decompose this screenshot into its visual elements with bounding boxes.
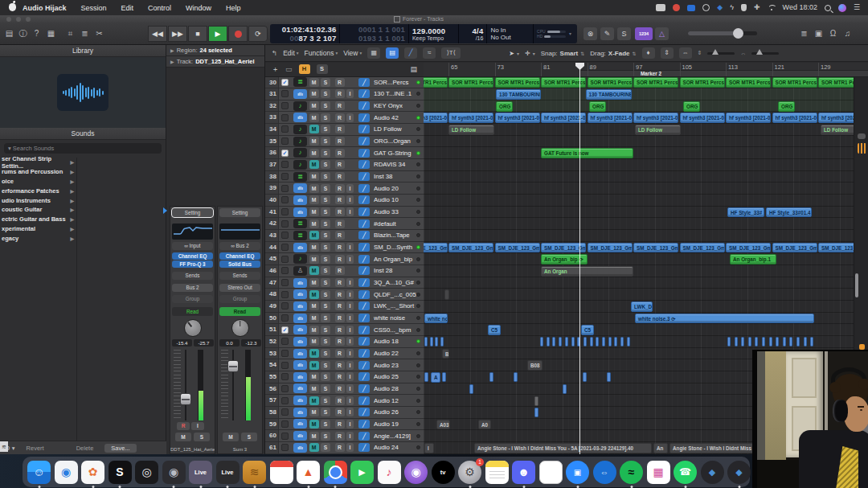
midi-note-region[interactable] <box>627 337 630 347</box>
region[interactable]: SOR MTR1 Percs <box>772 77 817 88</box>
mute-button[interactable]: M <box>309 278 319 287</box>
catch-zones-icon[interactable]: ⟩T⟨ <box>441 47 461 59</box>
record-enable-button[interactable]: R <box>335 432 345 441</box>
solo-button[interactable]: S <box>321 420 330 429</box>
mute-button[interactable]: M <box>309 301 319 310</box>
track-name[interactable]: An Organ_bip <box>374 256 416 263</box>
automation-icon[interactable]: ╱ <box>358 396 370 405</box>
record-enable-button[interactable]: R <box>335 255 345 264</box>
region-inspector-header[interactable]: ▶ Region:24 selected <box>166 45 264 56</box>
mute-button[interactable]: M <box>309 195 319 204</box>
record-enable-button[interactable]: R <box>335 207 345 216</box>
record-enable-button[interactable]: R <box>335 137 345 146</box>
track-name[interactable]: Inst 38 <box>374 173 416 180</box>
track-name[interactable]: Inst 28 <box>374 267 416 274</box>
solo-button[interactable]: S <box>321 113 330 122</box>
dock-icon-facetime[interactable]: ▶ <box>350 461 374 484</box>
dock-icon-appletv[interactable]: tv <box>432 461 455 484</box>
pencil-button[interactable]: ✎ <box>600 27 614 40</box>
record-enable-button[interactable]: R <box>335 384 345 393</box>
rail-grid-icon[interactable] <box>858 143 866 154</box>
region[interactable]: SM_DJE_123_Gmin <box>633 243 678 253</box>
record-enable-button[interactable]: R <box>335 278 345 287</box>
dock-icon-zoom[interactable]: ▣ <box>566 461 589 484</box>
region[interactable]: LD Follow <box>448 125 494 135</box>
volume-value[interactable]: 0.0 <box>219 339 240 347</box>
drag-menu[interactable]: Drag:X-Fade⇅ <box>590 50 636 57</box>
region[interactable]: B08 <box>527 360 542 371</box>
library-item[interactable]: egacy▶ <box>0 233 76 243</box>
input-monitor-button[interactable]: I <box>346 278 354 287</box>
midi-note-region[interactable] <box>776 337 779 347</box>
region[interactable]: B <box>442 349 449 359</box>
region[interactable]: SM_DJE_123_Gmin <box>680 243 725 253</box>
lcd-display[interactable]: 01:02:41:02.36 0087 3 2 107 0001 1 1 001… <box>270 24 577 43</box>
solo-tracks-button[interactable]: S <box>317 64 328 74</box>
midi-note-region[interactable] <box>424 337 428 347</box>
dock-icon-music[interactable]: ♪ <box>378 461 401 484</box>
track-lane[interactable] <box>424 182 854 195</box>
menu-audio-hijack[interactable]: Audio Hijack <box>23 4 67 12</box>
menu-clock[interactable]: Wed 18:02 <box>783 4 817 11</box>
midi-note-region[interactable] <box>735 337 738 347</box>
track-checkbox[interactable] <box>281 125 289 133</box>
record-enable-button[interactable]: R <box>335 184 345 193</box>
track-checkbox[interactable] <box>281 256 289 263</box>
mute-button[interactable]: M <box>309 207 319 216</box>
command-tool-menu[interactable]: ✛▾ <box>525 50 535 57</box>
track-row[interactable]: 45♪MSRI╱An Organ_bip <box>265 253 424 265</box>
library-item[interactable]: udio Instruments▶ <box>0 195 76 205</box>
track-checkbox[interactable] <box>281 114 289 121</box>
solo-button[interactable]: S <box>321 372 330 381</box>
track-checkbox[interactable] <box>281 161 289 168</box>
automation-icon[interactable]: ╱ <box>358 113 370 122</box>
input-monitor-button[interactable]: I <box>346 89 354 98</box>
input-monitor-button[interactable]: I <box>191 422 204 430</box>
automation-icon[interactable]: ╱ <box>358 301 370 310</box>
mute-button[interactable]: M <box>309 89 319 98</box>
record-enable-button[interactable]: R <box>335 231 345 240</box>
docker-icon[interactable] <box>687 5 695 11</box>
region[interactable]: SM_DJE_123_Gmin <box>818 243 854 253</box>
track-checkbox[interactable]: ✓ <box>281 79 289 86</box>
input-monitor-button[interactable]: I <box>346 396 354 405</box>
record-enable-button[interactable]: R <box>335 149 345 158</box>
volume-value[interactable]: -15.4 <box>172 339 192 347</box>
track-row[interactable]: 30✓≣MSR╱SOR...Percs <box>265 77 424 89</box>
input-monitor-button[interactable]: I <box>346 349 354 358</box>
input-monitor-button[interactable]: I <box>346 255 354 264</box>
solo-button[interactable]: S <box>321 195 330 204</box>
track-row[interactable]: 51✓ıllıMSRI╱CSS0..._bpm <box>265 324 424 336</box>
dock-icon-finder[interactable]: ☺ <box>27 461 51 484</box>
mute-button[interactable]: M <box>309 113 319 122</box>
tuner-button[interactable]: ⊗ <box>583 27 597 40</box>
dock-icon-notes[interactable] <box>485 461 509 484</box>
track-checkbox[interactable] <box>281 137 289 145</box>
track-checkbox[interactable] <box>281 362 289 369</box>
track-row[interactable]: 43≣MSR╱Blazin...Tape <box>265 230 424 242</box>
solo-button[interactable]: S <box>241 433 257 441</box>
track-checkbox[interactable] <box>281 220 289 228</box>
track-row[interactable]: 61ıllıMSRI╱Audio 24 <box>265 442 424 454</box>
track-name[interactable]: SOR...Percs <box>374 79 416 86</box>
solo-button[interactable]: S <box>321 101 330 110</box>
track-name[interactable]: #default <box>374 220 416 228</box>
track-row[interactable]: 36✓♪MSR╱GAT G-String <box>265 147 424 159</box>
media-browser-icon[interactable]: ♫ <box>841 27 854 39</box>
record-enable-button[interactable]: R <box>335 89 345 98</box>
automation-icon[interactable]: ╱ <box>358 266 370 275</box>
zoom-window-button[interactable] <box>26 17 31 22</box>
track-name[interactable]: LWK_..._Short <box>374 302 416 310</box>
region[interactable]: C5 <box>581 325 594 335</box>
track-checkbox[interactable] <box>281 232 289 239</box>
dock-icon-settings[interactable]: ⚙1 <box>458 461 481 484</box>
midi-note-region[interactable] <box>424 372 428 382</box>
track-name[interactable]: Audio 12 <box>374 397 416 404</box>
mute-button[interactable]: M <box>309 349 319 358</box>
midi-note-region[interactable] <box>430 337 433 347</box>
dock-icon-live11[interactable]: Live <box>216 461 240 484</box>
dock-icon-live10[interactable]: Live <box>189 461 212 484</box>
solo-button[interactable]: S <box>321 384 330 393</box>
region[interactable]: HF Style_33# <box>727 207 764 218</box>
midi-note-region[interactable] <box>620 337 624 347</box>
